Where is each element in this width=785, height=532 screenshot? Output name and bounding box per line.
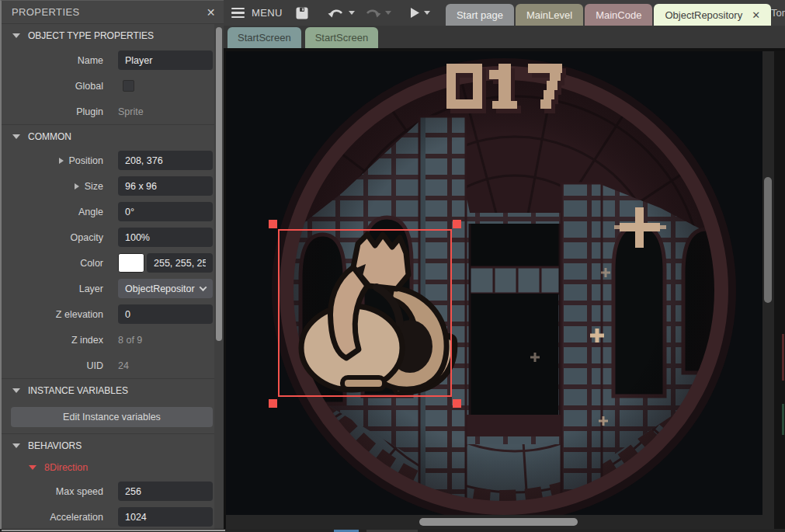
background-artifact bbox=[782, 404, 784, 435]
tab-label: ObjectRepository bbox=[665, 9, 742, 21]
tab-mainlevel[interactable]: MainLevel bbox=[516, 4, 583, 26]
collapse-triangle-icon bbox=[12, 134, 20, 139]
uid-value: 24 bbox=[118, 360, 129, 371]
layout-tab-label: StartScreen bbox=[238, 32, 291, 43]
menu-button[interactable]: MENU bbox=[224, 0, 290, 26]
size-label: Size bbox=[85, 181, 103, 192]
plugin-label: Plugin bbox=[2, 106, 103, 117]
collapse-triangle-icon bbox=[29, 465, 36, 470]
color-input[interactable] bbox=[147, 253, 213, 273]
section-title: INSTANCE VARIABLES bbox=[28, 385, 128, 396]
preview-dropdown-caret-icon[interactable] bbox=[424, 11, 430, 15]
layer-value: ObjectRepositor bbox=[125, 283, 195, 294]
redo-dropdown-caret-icon bbox=[385, 11, 391, 15]
section-object-type-properties[interactable]: OBJECT TYPE PROPERTIES bbox=[2, 24, 224, 47]
property-row-global: Global bbox=[2, 73, 224, 99]
opacity-input[interactable] bbox=[118, 228, 213, 247]
tab-start-page[interactable]: Start page bbox=[446, 4, 514, 26]
angle-input[interactable] bbox=[118, 202, 213, 221]
plugin-value: Sprite bbox=[118, 106, 144, 117]
background-artifact bbox=[782, 334, 784, 381]
acceleration-input[interactable] bbox=[118, 507, 213, 527]
canvas-vertical-scrollbar-thumb[interactable] bbox=[764, 177, 772, 303]
z-elevation-label: Z elevation bbox=[2, 309, 103, 320]
global-checkbox[interactable] bbox=[123, 80, 134, 92]
name-input[interactable] bbox=[118, 50, 213, 70]
section-title: OBJECT TYPE PROPERTIES bbox=[28, 30, 154, 41]
undo-dropdown-caret-icon[interactable] bbox=[349, 11, 355, 15]
edit-instance-variables-button[interactable]: Edit Instance variables bbox=[11, 407, 213, 427]
canvas-vertical-scrollbar[interactable] bbox=[762, 51, 774, 529]
expand-arrow-icon[interactable] bbox=[75, 183, 79, 190]
right-gutter bbox=[774, 51, 785, 529]
undo-icon bbox=[328, 7, 345, 19]
selection-handle-nw[interactable] bbox=[269, 220, 277, 228]
tab-maincode[interactable]: MainCode bbox=[585, 4, 652, 26]
layout-tab-startscreen-2[interactable]: StartScreen bbox=[305, 27, 379, 48]
section-instance-variables[interactable]: INSTANCE VARIABLES bbox=[2, 378, 224, 402]
properties-panel-title: PROPERTIES bbox=[12, 6, 80, 18]
play-icon bbox=[410, 7, 420, 19]
property-row-color: Color bbox=[2, 250, 224, 276]
property-row-uid: UID 24 bbox=[2, 353, 224, 378]
canvas-horizontal-scrollbar-thumb[interactable] bbox=[419, 518, 578, 526]
z-elevation-input[interactable] bbox=[118, 304, 213, 324]
acceleration-label: Acceleration bbox=[2, 512, 103, 523]
property-row-max-speed: Max speed bbox=[2, 478, 224, 504]
tab-label: MainLevel bbox=[526, 9, 572, 21]
z-index-label: Z index bbox=[2, 335, 103, 346]
layout-tab-bar: StartScreen StartScreen bbox=[224, 26, 785, 48]
save-button[interactable] bbox=[290, 0, 314, 26]
tab-objectrepository-active[interactable]: ObjectRepository ✕ bbox=[654, 4, 771, 26]
property-row-opacity: Opacity bbox=[2, 224, 224, 250]
property-row-name: Name bbox=[2, 47, 224, 73]
name-label: Name bbox=[2, 55, 103, 66]
section-title: BEHAVIORS bbox=[28, 440, 82, 451]
property-row-acceleration: Acceleration bbox=[2, 504, 224, 529]
layout-canvas[interactable] bbox=[226, 51, 774, 529]
property-row-plugin: Plugin Sprite bbox=[2, 99, 224, 124]
tab-label: MainCode bbox=[596, 9, 641, 21]
max-speed-input[interactable] bbox=[118, 482, 213, 501]
undo-button[interactable] bbox=[323, 0, 360, 26]
canvas-horizontal-scrollbar[interactable] bbox=[226, 515, 762, 529]
properties-panel-header: PROPERTIES ✕ bbox=[2, 1, 224, 24]
behavior-name: 8Direction bbox=[44, 462, 88, 473]
level-scene[interactable] bbox=[226, 51, 762, 515]
property-row-size: Size bbox=[2, 173, 224, 199]
position-label: Position bbox=[69, 155, 103, 166]
color-swatch[interactable] bbox=[118, 253, 144, 273]
menu-label: MENU bbox=[252, 7, 283, 19]
opacity-label: Opacity bbox=[2, 232, 103, 243]
redo-button[interactable] bbox=[360, 0, 396, 26]
expand-arrow-icon[interactable] bbox=[59, 158, 64, 164]
main-area: MENU bbox=[224, 0, 785, 529]
main-toolbar: MENU bbox=[224, 0, 785, 26]
property-row-z-elevation: Z elevation bbox=[2, 301, 224, 327]
section-behaviors[interactable]: BEHAVIORS bbox=[2, 433, 224, 457]
layer-dropdown[interactable]: ObjectRepositor bbox=[118, 279, 213, 298]
position-input[interactable] bbox=[118, 151, 213, 170]
preview-button[interactable] bbox=[405, 0, 435, 26]
selection-handle-sw[interactable] bbox=[269, 399, 277, 408]
user-account[interactable]: Tom bbox=[771, 5, 785, 22]
chevron-down-icon bbox=[200, 283, 207, 291]
selection-handle-se[interactable] bbox=[453, 399, 461, 408]
properties-panel: PROPERTIES ✕ OBJECT TYPE PROPERTIES Name… bbox=[0, 0, 224, 529]
z-index-value: 8 of 9 bbox=[118, 335, 142, 346]
collapse-triangle-icon bbox=[12, 443, 20, 448]
tab-close-icon[interactable]: ✕ bbox=[752, 9, 760, 21]
layer-label: Layer bbox=[2, 283, 103, 294]
layout-tab-startscreen-1[interactable]: StartScreen bbox=[228, 27, 301, 48]
section-common[interactable]: COMMON bbox=[2, 124, 224, 148]
close-panel-icon[interactable]: ✕ bbox=[207, 7, 216, 18]
redo-icon bbox=[364, 7, 381, 19]
tab-label: Start page bbox=[457, 9, 503, 21]
selection-handle-ne[interactable] bbox=[453, 220, 461, 228]
properties-scrollbar[interactable] bbox=[214, 24, 224, 529]
behavior-8direction[interactable]: 8Direction bbox=[2, 457, 224, 478]
size-input[interactable] bbox=[118, 176, 213, 196]
properties-scrollbar-thumb[interactable] bbox=[216, 27, 222, 341]
collapse-triangle-icon bbox=[12, 388, 20, 393]
save-icon bbox=[295, 6, 309, 20]
